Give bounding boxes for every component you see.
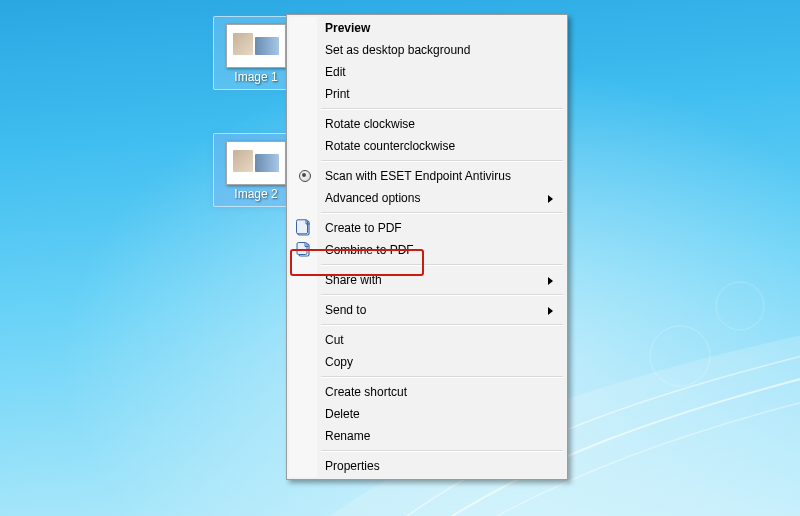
menu-item-label: Combine to PDF bbox=[325, 243, 414, 257]
menu-item-label: Scan with ESET Endpoint Antivirus bbox=[325, 169, 511, 183]
menu-separator bbox=[321, 108, 563, 110]
svg-point-0 bbox=[650, 326, 710, 386]
menu-separator bbox=[321, 160, 563, 162]
menu-item-label: Copy bbox=[325, 355, 353, 369]
desktop-icon-image-2[interactable]: Image 2 bbox=[219, 137, 293, 203]
menu-item-label: Advanced options bbox=[325, 191, 420, 205]
menu-item-label: Preview bbox=[325, 21, 370, 35]
svg-point-1 bbox=[716, 282, 764, 330]
desktop: Image 1 Image 2 Preview Set as desktop b… bbox=[0, 0, 800, 516]
menu-item-rotate-counterclockwise[interactable]: Rotate counterclockwise bbox=[289, 135, 565, 157]
menu-separator bbox=[321, 376, 563, 378]
menu-item-cut[interactable]: Cut bbox=[289, 329, 565, 351]
context-menu: Preview Set as desktop background Edit P… bbox=[286, 14, 568, 480]
menu-separator bbox=[321, 324, 563, 326]
menu-separator bbox=[321, 294, 563, 296]
desktop-icon-image-1[interactable]: Image 1 bbox=[219, 20, 293, 86]
menu-item-label: Set as desktop background bbox=[325, 43, 470, 57]
menu-item-rename[interactable]: Rename bbox=[289, 425, 565, 447]
menu-item-advanced-options[interactable]: Advanced options bbox=[289, 187, 565, 209]
menu-item-label: Create to PDF bbox=[325, 221, 402, 235]
menu-item-label: Share with bbox=[325, 273, 382, 287]
menu-item-combine-to-pdf[interactable]: Combine to PDF bbox=[289, 239, 565, 261]
image-thumbnail bbox=[226, 24, 286, 68]
desktop-icon-label: Image 2 bbox=[219, 187, 293, 203]
menu-item-label: Rename bbox=[325, 429, 370, 443]
menu-item-delete[interactable]: Delete bbox=[289, 403, 565, 425]
menu-item-send-to[interactable]: Send to bbox=[289, 299, 565, 321]
menu-item-share-with[interactable]: Share with bbox=[289, 269, 565, 291]
menu-item-label: Send to bbox=[325, 303, 366, 317]
menu-item-label: Cut bbox=[325, 333, 344, 347]
menu-item-print[interactable]: Print bbox=[289, 83, 565, 105]
menu-item-scan-eset[interactable]: Scan with ESET Endpoint Antivirus bbox=[289, 165, 565, 187]
menu-item-label: Properties bbox=[325, 459, 380, 473]
menu-item-label: Delete bbox=[325, 407, 360, 421]
menu-separator bbox=[321, 450, 563, 452]
menu-separator bbox=[321, 212, 563, 214]
pdf-icon bbox=[295, 219, 313, 237]
menu-item-set-desktop-background[interactable]: Set as desktop background bbox=[289, 39, 565, 61]
menu-item-create-shortcut[interactable]: Create shortcut bbox=[289, 381, 565, 403]
menu-item-edit[interactable]: Edit bbox=[289, 61, 565, 83]
desktop-icon-label: Image 1 bbox=[219, 70, 293, 86]
eset-icon bbox=[299, 170, 311, 182]
menu-item-label: Create shortcut bbox=[325, 385, 407, 399]
menu-item-label: Print bbox=[325, 87, 350, 101]
pdf-combine-icon bbox=[295, 241, 313, 259]
menu-item-copy[interactable]: Copy bbox=[289, 351, 565, 373]
menu-separator bbox=[321, 264, 563, 266]
menu-item-preview[interactable]: Preview bbox=[289, 17, 565, 39]
menu-item-label: Edit bbox=[325, 65, 346, 79]
image-thumbnail bbox=[226, 141, 286, 185]
menu-item-label: Rotate clockwise bbox=[325, 117, 415, 131]
menu-item-properties[interactable]: Properties bbox=[289, 455, 565, 477]
menu-item-rotate-clockwise[interactable]: Rotate clockwise bbox=[289, 113, 565, 135]
menu-item-create-to-pdf[interactable]: Create to PDF bbox=[289, 217, 565, 239]
menu-item-label: Rotate counterclockwise bbox=[325, 139, 455, 153]
